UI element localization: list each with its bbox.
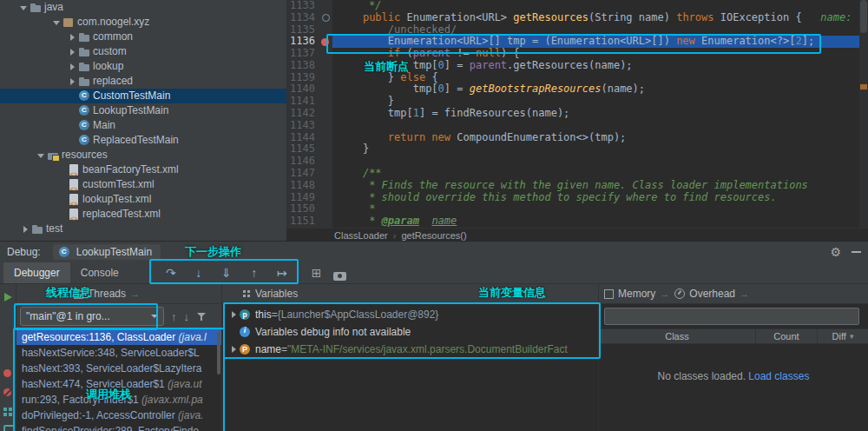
line-number[interactable]: 1139: [286, 72, 319, 84]
code-text[interactable]: }: [332, 96, 868, 108]
code-text[interactable]: [332, 120, 868, 132]
scrollbar-thumb[interactable]: [860, 0, 867, 33]
resume-button[interactable]: [3, 292, 13, 302]
expand-arrow-icon[interactable]: [229, 309, 240, 320]
line-number[interactable]: 1142: [286, 108, 319, 120]
collapse-arrow-icon[interactable]: [19, 3, 30, 13]
stack-frame[interactable]: hasNextService:348, ServiceLoader$L: [16, 345, 221, 361]
restore-layout-button[interactable]: [3, 407, 13, 417]
line-number[interactable]: 1145: [286, 143, 319, 156]
code-text[interactable]: /**: [332, 168, 868, 180]
thread-selector-dropdown[interactable]: "main"@1 in gro...: [20, 307, 164, 326]
tree-item-lookuptest-xml[interactable]: lookupTest.xml: [0, 192, 286, 207]
code-editor[interactable]: 1133 */1134 public Enumeration<URL> getR…: [286, 0, 868, 228]
line-number[interactable]: 1137: [286, 48, 319, 60]
code-text[interactable]: * should override this method to specify…: [332, 192, 868, 204]
step-into-icon[interactable]: ↓: [185, 263, 213, 282]
load-classes-link[interactable]: Load classes: [748, 370, 809, 382]
evaluate-expression-icon[interactable]: ⊞: [312, 263, 322, 282]
breakpoint-icon[interactable]: [319, 36, 332, 48]
run-to-cursor-icon[interactable]: ↦: [268, 263, 296, 282]
stack-frame[interactable]: hasNext:393, ServiceLoader$LazyItera: [16, 361, 221, 376]
tree-item-test[interactable]: test: [0, 222, 286, 236]
line-number[interactable]: 1150: [286, 203, 319, 216]
tree-item-lookuptestmain[interactable]: LookupTestMain: [0, 103, 286, 118]
line-number[interactable]: 1138: [286, 60, 319, 72]
expand-arrow-icon[interactable]: [68, 76, 78, 87]
collapse-arrow-icon[interactable]: [36, 150, 47, 161]
tree-item-beanfactorytest-xml[interactable]: beanFactoryTest.xml: [0, 162, 286, 177]
code-text[interactable]: tmp[0] = parent.getResources(name);: [332, 60, 868, 72]
line-number[interactable]: 1140: [286, 83, 319, 96]
tree-item-java[interactable]: java: [0, 0, 286, 15]
tab-console[interactable]: Console: [70, 262, 129, 283]
tree-item-custom[interactable]: custom: [0, 44, 286, 59]
frames-scrollbar-thumb[interactable]: [217, 331, 220, 375]
code-text[interactable]: tmp[0] = getBootstrapResources(name);: [332, 83, 868, 96]
tab-overhead[interactable]: Overhead →: [674, 288, 749, 300]
tree-item-com-noogel-xyz[interactable]: com.noogel.xyz: [0, 15, 286, 30]
code-text[interactable]: Enumeration<URL>[] tmp = (Enumeration<UR…: [332, 36, 868, 48]
expand-arrow-icon[interactable]: [68, 47, 78, 57]
forward-arrow-icon[interactable]: →: [130, 288, 140, 299]
view-breakpoints-button[interactable]: [3, 368, 13, 379]
debug-session-tab[interactable]: LookupTestMain: [53, 244, 161, 260]
code-text[interactable]: /unchecked/: [332, 24, 868, 36]
memory-filter-input[interactable]: [604, 308, 859, 325]
tree-item-resources[interactable]: resources: [0, 148, 286, 162]
stack-frame[interactable]: doPrivileged:-1, AccessController (java.: [16, 408, 221, 423]
line-number[interactable]: 1136: [286, 36, 319, 48]
code-text[interactable]: } else {: [332, 72, 868, 84]
line-number[interactable]: 1148: [286, 180, 319, 192]
line-number[interactable]: 1143: [286, 120, 319, 132]
line-number[interactable]: 1149: [286, 192, 319, 204]
tree-item-main[interactable]: Main: [0, 118, 286, 133]
stack-frame[interactable]: getResources:1136, ClassLoader (java.l: [16, 329, 221, 345]
force-step-into-icon[interactable]: ⇓: [213, 263, 240, 282]
line-number[interactable]: 1134: [286, 12, 319, 24]
code-text[interactable]: if (parent != null) {: [332, 48, 868, 60]
settings-gear-icon[interactable]: [830, 245, 841, 259]
code-text[interactable]: */: [332, 0, 868, 12]
code-text[interactable]: public Enumeration<URL> getResources(Str…: [332, 12, 868, 24]
tree-item-replacedtestmain[interactable]: ReplacedTestMain: [0, 133, 286, 148]
expand-arrow-icon[interactable]: [21, 224, 31, 235]
tree-item-common[interactable]: common: [0, 30, 286, 44]
code-text[interactable]: [332, 156, 868, 168]
column-diff[interactable]: Diff▾: [818, 329, 868, 343]
code-text[interactable]: }: [332, 143, 868, 156]
line-number[interactable]: 1135: [286, 24, 319, 36]
tree-item-customtestmain[interactable]: CustomTestMain: [0, 89, 286, 103]
variable-row[interactable]: Pname = "META-INF/services/javax.xml.par…: [222, 341, 598, 358]
previous-frame-icon[interactable]: ↑: [171, 310, 177, 323]
code-text[interactable]: *: [332, 203, 868, 216]
line-number[interactable]: 1141: [286, 96, 319, 108]
code-text[interactable]: tmp[1] = findResources(name);: [332, 108, 868, 120]
line-number[interactable]: 1133: [286, 0, 319, 12]
pin-tab-button[interactable]: [3, 424, 13, 431]
line-number[interactable]: 1146: [286, 156, 319, 168]
expand-arrow-icon[interactable]: [68, 32, 78, 43]
line-number[interactable]: 1151: [286, 216, 319, 228]
tree-item-lookup[interactable]: lookup: [0, 59, 286, 74]
variable-row[interactable]: pthis = {Launcher$AppClassLoader@892}: [222, 306, 598, 323]
line-number[interactable]: 1144: [286, 132, 319, 144]
editor-scrollbar[interactable]: [859, 0, 868, 228]
line-number[interactable]: 1147: [286, 168, 319, 180]
code-text[interactable]: * Finds the resource with the given name…: [332, 180, 868, 192]
breadcrumb-method[interactable]: getResources(): [401, 230, 466, 241]
collapse-arrow-icon[interactable]: [52, 17, 62, 28]
next-frame-icon[interactable]: ↓: [184, 310, 190, 323]
stack-frame[interactable]: hasNext:474, ServiceLoader$1 (java.ut: [16, 376, 221, 392]
code-text[interactable]: return new CompoundEnumeration<>(tmp);: [332, 132, 868, 144]
tree-item-replacedtest-xml[interactable]: replacedTest.xml: [0, 207, 286, 222]
tab-memory[interactable]: Memory →: [604, 288, 669, 300]
stack-frame[interactable]: findServiceProvider:289, FactoryFinde: [16, 423, 221, 431]
column-class[interactable]: Class: [599, 329, 756, 343]
tree-item-customtest-xml[interactable]: customTest.xml: [0, 177, 286, 192]
step-out-icon[interactable]: ↑: [240, 263, 268, 282]
hide-panel-icon[interactable]: [852, 251, 861, 253]
step-over-icon[interactable]: ↷: [157, 263, 185, 282]
stack-frame[interactable]: run:293, FactoryFinder$1 (javax.xml.pa: [16, 392, 221, 408]
column-count[interactable]: Count: [756, 329, 818, 343]
